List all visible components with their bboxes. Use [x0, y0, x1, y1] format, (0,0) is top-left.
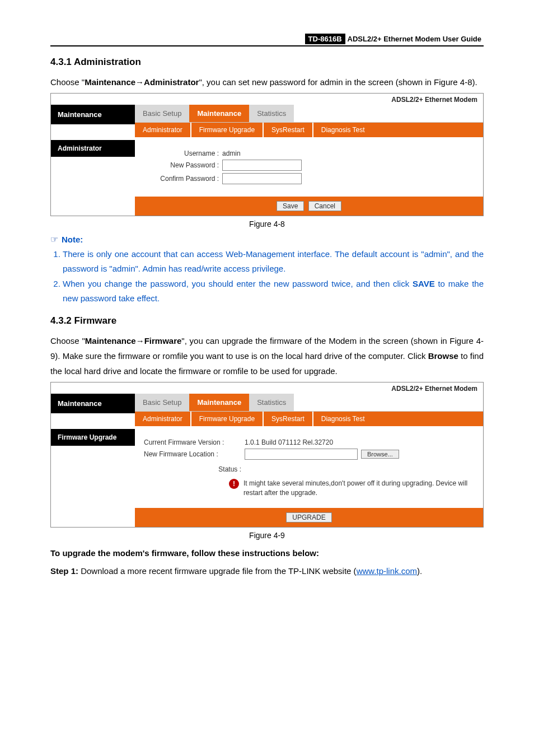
status-label: Status : — [140, 465, 241, 473]
note-item-2: When you change the password, you should… — [63, 277, 484, 305]
t: SAVE — [413, 279, 435, 288]
new-password-input[interactable] — [222, 160, 302, 171]
tab-statistics[interactable]: Statistics — [249, 394, 294, 411]
tab-basic-setup[interactable]: Basic Setup — [135, 394, 189, 411]
browse-button[interactable]: Browse... — [361, 450, 399, 459]
new-fw-location-input[interactable] — [245, 449, 358, 460]
subtab-firmware-upgrade[interactable]: Firmware Upgrade — [191, 123, 264, 137]
modem-brand: ADSL2/2+ Ethernet Modem — [51, 382, 483, 394]
subtab-firmware-upgrade[interactable]: Firmware Upgrade — [191, 412, 264, 426]
tab-maintenance[interactable]: Maintenance — [189, 394, 249, 411]
t: Maintenance→Firmware — [85, 336, 182, 346]
current-fw-label: Current Firmware Version : — [140, 438, 245, 446]
section-432-para: Choose "Maintenance→Firmware", you can u… — [50, 333, 484, 379]
tab-basic-setup[interactable]: Basic Setup — [135, 105, 189, 122]
tp-link-url[interactable]: www.tp-link.com — [357, 566, 417, 576]
confirm-password-input[interactable] — [222, 173, 302, 184]
section-431-para: Choose "Maintenance→Administrator", you … — [50, 74, 484, 90]
save-button[interactable]: Save — [277, 201, 304, 211]
t: Browse — [428, 351, 458, 361]
subtab-administrator[interactable]: Administrator — [135, 123, 191, 137]
username-value: admin — [222, 150, 241, 157]
upgrade-button[interactable]: UPGRADE — [286, 512, 331, 522]
warning-icon: ! — [229, 479, 239, 489]
step-1-label: Step 1: — [50, 566, 78, 576]
new-fw-location-label: New Firmware Location : — [140, 450, 245, 458]
header-title: ADSL2/2+ Ethernet Modem User Guide — [345, 34, 484, 44]
step-1: Step 1: Download a more recent firmware … — [50, 564, 484, 578]
figure-4-8-caption: Figure 4-8 — [50, 220, 484, 228]
sidebar-maintenance[interactable]: Maintenance — [51, 105, 135, 124]
figure-4-9: ADSL2/2+ Ethernet Modem Maintenance Firm… — [50, 382, 484, 528]
t: When you change the password, you should… — [63, 279, 413, 288]
hand-pointer-icon: ☞ — [50, 234, 58, 245]
t: Choose " — [50, 77, 85, 87]
header-model: TD-8616B — [305, 34, 345, 44]
current-fw-value: 1.0.1 Build 071112 Rel.32720 — [245, 438, 333, 446]
sub-tabs: Administrator Firmware Upgrade SysRestar… — [135, 412, 483, 426]
tab-statistics[interactable]: Statistics — [249, 105, 294, 122]
subtab-sysrestart[interactable]: SysRestart — [264, 412, 313, 426]
upgrade-warning-text: It might take several minutes,don't powe… — [243, 479, 477, 498]
username-label: Username : — [140, 150, 222, 157]
figure-4-8: ADSL2/2+ Ethernet Modem Maintenance Admi… — [50, 93, 484, 216]
sub-tabs: Administrator Firmware Upgrade SysRestar… — [135, 123, 483, 137]
subtab-administrator[interactable]: Administrator — [135, 412, 191, 426]
cancel-button[interactable]: Cancel — [308, 201, 341, 211]
subtab-diagnosis-test[interactable]: Diagnosis Test — [313, 412, 373, 426]
section-431-title: 4.3.1 Administration — [50, 57, 484, 68]
sidebar-administrator[interactable]: Administrator — [51, 140, 135, 157]
t: Choose " — [50, 336, 85, 346]
subtab-sysrestart[interactable]: SysRestart — [264, 123, 313, 137]
sidebar-firmware-upgrade[interactable]: Firmware Upgrade — [51, 429, 135, 446]
upgrade-heading: To upgrade the modem's firmware, follow … — [50, 545, 484, 561]
tab-maintenance[interactable]: Maintenance — [189, 105, 249, 122]
top-tabs: Basic Setup Maintenance Statistics — [135, 105, 483, 123]
modem-brand: ADSL2/2+ Ethernet Modem — [51, 94, 483, 105]
section-432-title: 4.3.2 Firmware — [50, 315, 484, 326]
sidebar: Maintenance Administrator — [51, 105, 135, 216]
note-list: There is only one account that can acces… — [63, 247, 484, 305]
note-label: Note: — [62, 235, 83, 244]
note-item-1: There is only one account that can acces… — [63, 247, 484, 276]
figure-4-9-caption: Figure 4-9 — [50, 531, 484, 540]
t: ", you can set new password for admin in… — [199, 77, 477, 87]
sidebar: Maintenance Firmware Upgrade — [51, 394, 135, 527]
new-password-label: New Password : — [140, 161, 222, 169]
top-tabs: Basic Setup Maintenance Statistics — [135, 394, 483, 412]
t: Maintenance→Administrator — [85, 77, 199, 87]
page-header: TD-8616B ADSL2/2+ Ethernet Modem User Gu… — [50, 34, 484, 46]
t: ). — [417, 566, 422, 576]
subtab-diagnosis-test[interactable]: Diagnosis Test — [313, 123, 373, 137]
sidebar-maintenance[interactable]: Maintenance — [51, 394, 135, 413]
step-1-text: Download a more recent firmware upgrade … — [81, 566, 356, 576]
confirm-password-label: Confirm Password : — [140, 175, 222, 183]
